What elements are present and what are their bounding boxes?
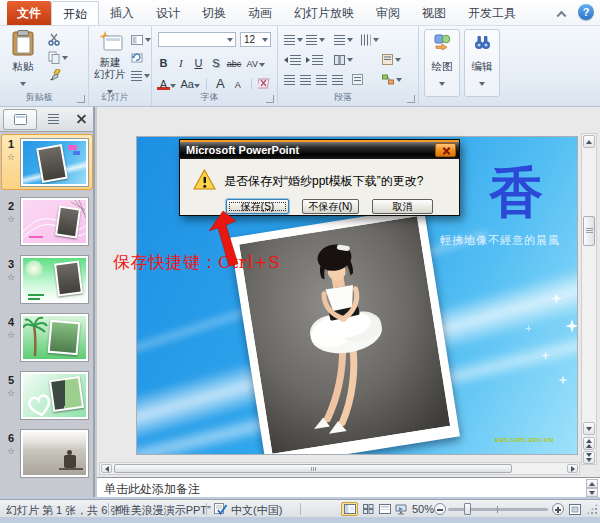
change-case-button[interactable]: Aa bbox=[180, 77, 193, 91]
slide-4-thumbnail[interactable] bbox=[21, 314, 88, 361]
resize-grip[interactable] bbox=[586, 503, 598, 515]
help-button[interactable]: ? bbox=[578, 4, 594, 20]
decrease-indent-button[interactable] bbox=[284, 52, 301, 67]
convert-smartart-button[interactable] bbox=[382, 72, 402, 87]
scroll-up-button[interactable] bbox=[583, 135, 595, 148]
horizontal-scrollbar[interactable] bbox=[99, 462, 580, 475]
scroll-down-button[interactable] bbox=[583, 422, 595, 435]
strikethrough-button[interactable]: abc bbox=[227, 57, 242, 71]
notes-scroll-down[interactable] bbox=[586, 488, 598, 497]
notes-pane[interactable]: 单击此处添加备注 bbox=[97, 477, 600, 497]
theme-name[interactable]: “唯美浪漫演示PPT” bbox=[116, 503, 211, 518]
line-spacing-button[interactable] bbox=[334, 32, 353, 47]
increase-indent-button[interactable] bbox=[306, 52, 323, 67]
cancel-button[interactable]: 取消 bbox=[372, 199, 433, 214]
notes-placeholder[interactable]: 单击此处添加备注 bbox=[104, 481, 200, 498]
new-slide-button[interactable]: 新建 幻灯片 bbox=[91, 29, 129, 89]
zoom-in-button[interactable] bbox=[552, 503, 564, 515]
drawing-group-button[interactable]: 绘图 bbox=[424, 29, 460, 97]
clipboard-dialog-launcher[interactable] bbox=[77, 95, 85, 103]
tab-developer[interactable]: 开发工具 bbox=[457, 1, 527, 25]
fit-slide-to-window-button[interactable] bbox=[566, 502, 583, 516]
numbering-button[interactable] bbox=[306, 32, 325, 47]
text-shadow-button[interactable]: S bbox=[209, 56, 222, 70]
tab-home[interactable]: 开始 bbox=[51, 1, 99, 25]
slide-title-text[interactable]: 香 bbox=[489, 163, 543, 221]
tab-animations[interactable]: 动画 bbox=[237, 1, 283, 25]
font-name-combo[interactable] bbox=[158, 32, 236, 47]
slideshow-view-button[interactable] bbox=[392, 502, 409, 516]
reading-view-button[interactable] bbox=[376, 502, 393, 516]
text-direction-button[interactable] bbox=[360, 32, 379, 47]
normal-view-button[interactable] bbox=[341, 502, 358, 516]
paragraph-dialog-launcher[interactable] bbox=[407, 95, 415, 103]
next-slide-button[interactable] bbox=[583, 451, 595, 464]
shrink-font-button[interactable]: A bbox=[231, 78, 244, 92]
slide-5-thumbnail[interactable] bbox=[21, 372, 88, 419]
distribute-button[interactable] bbox=[352, 72, 363, 87]
language-indicator[interactable]: 中文(中国) bbox=[231, 503, 282, 518]
dialog-close-button[interactable] bbox=[435, 143, 456, 157]
dialog-title-bar[interactable]: Microsoft PowerPoint bbox=[180, 140, 459, 159]
character-spacing-button[interactable]: AV bbox=[246, 57, 259, 71]
slide-counter[interactable]: 幻灯片 第 1 张，共 6 张 bbox=[6, 503, 122, 518]
grow-font-button[interactable]: A bbox=[214, 77, 227, 91]
slide-sorter-view-button[interactable] bbox=[360, 502, 377, 516]
reset-slide-button[interactable] bbox=[131, 50, 143, 65]
zoom-out-button[interactable] bbox=[434, 503, 446, 515]
section-button[interactable] bbox=[131, 68, 150, 83]
vertical-scroll-thumb[interactable] bbox=[583, 216, 595, 246]
slide-photo[interactable] bbox=[230, 207, 460, 455]
underline-button[interactable]: U bbox=[192, 56, 205, 70]
cut-button[interactable] bbox=[48, 32, 61, 47]
zoom-slider-thumb[interactable] bbox=[464, 503, 471, 515]
tab-view[interactable]: 视图 bbox=[411, 1, 457, 25]
bullets-button[interactable] bbox=[284, 32, 303, 47]
tab-insert[interactable]: 插入 bbox=[99, 1, 145, 25]
italic-button[interactable]: I bbox=[174, 56, 187, 70]
slide-6-thumbnail[interactable] bbox=[21, 430, 88, 477]
outline-tab[interactable] bbox=[40, 109, 66, 130]
align-center-button[interactable] bbox=[300, 72, 311, 87]
dont-save-button[interactable]: 不保存(N) bbox=[302, 199, 359, 214]
notes-scroll-up[interactable] bbox=[586, 479, 598, 488]
font-color-button[interactable]: A bbox=[157, 77, 170, 90]
align-left-button[interactable] bbox=[284, 72, 295, 87]
format-painter-button[interactable] bbox=[48, 68, 61, 83]
slides-tab[interactable] bbox=[3, 109, 37, 130]
horizontal-scroll-thumb[interactable] bbox=[114, 464, 512, 473]
bold-button[interactable]: B bbox=[157, 56, 170, 70]
slide-layout-button[interactable] bbox=[131, 32, 151, 47]
file-tab[interactable]: 文件 bbox=[7, 1, 51, 25]
columns-button[interactable] bbox=[334, 52, 353, 67]
previous-slide-button[interactable] bbox=[583, 437, 595, 450]
editing-group-button[interactable]: 编辑 bbox=[464, 29, 500, 97]
grip-icon bbox=[311, 467, 316, 471]
slide-subtitle-text[interactable]: 輕拂地像不經意的晨風 bbox=[440, 233, 560, 248]
slide-3-thumbnail[interactable] bbox=[21, 256, 88, 303]
tab-review[interactable]: 审阅 bbox=[365, 1, 411, 25]
font-dialog-launcher[interactable] bbox=[266, 95, 274, 103]
vertical-scrollbar[interactable] bbox=[581, 133, 597, 465]
close-panel-button[interactable] bbox=[75, 113, 88, 126]
slide-1-thumbnail[interactable] bbox=[21, 139, 88, 186]
slide-2-thumbnail[interactable] bbox=[21, 198, 88, 245]
spell-check-icon[interactable] bbox=[214, 502, 227, 517]
zoom-percentage[interactable]: 50% bbox=[412, 503, 434, 515]
dropdown-icon bbox=[170, 84, 176, 88]
paste-button[interactable]: 粘贴 bbox=[4, 29, 42, 89]
align-right-button[interactable] bbox=[316, 72, 327, 87]
slides-thumbnail-panel: 1 ☆ 2 ☆ 3 ☆ 4 ☆ bbox=[0, 107, 95, 497]
minimize-ribbon-button[interactable] bbox=[558, 8, 572, 20]
justify-button[interactable] bbox=[332, 72, 343, 87]
tab-transitions[interactable]: 切换 bbox=[191, 1, 237, 25]
scroll-right-button[interactable] bbox=[567, 464, 578, 473]
tab-design[interactable]: 设计 bbox=[145, 1, 191, 25]
scroll-left-button[interactable] bbox=[101, 464, 112, 473]
zoom-slider-track[interactable] bbox=[448, 508, 548, 511]
copy-button[interactable] bbox=[48, 50, 68, 65]
tab-slideshow[interactable]: 幻灯片放映 bbox=[283, 1, 365, 25]
align-text-button[interactable] bbox=[382, 52, 401, 67]
clear-formatting-icon[interactable] bbox=[258, 78, 270, 89]
font-size-combo[interactable]: 12 bbox=[240, 32, 271, 47]
